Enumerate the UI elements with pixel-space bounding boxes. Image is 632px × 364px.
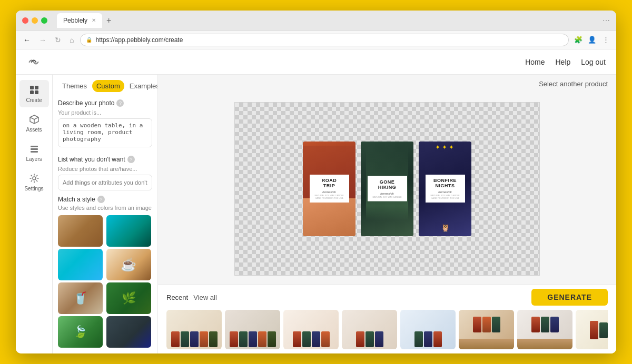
generate-button[interactable]: GENERATE [531, 289, 608, 306]
browser-tab[interactable]: Pebblely ✕ [57, 13, 102, 28]
tab-themes[interactable]: Themes [58, 80, 91, 92]
title-bar: Pebblely ✕ + ⋯ [16, 11, 616, 31]
select-product-button[interactable]: Select another product [539, 80, 608, 88]
maximize-button[interactable] [41, 17, 47, 24]
canvas-frame: ROADTRIP homesick NATURAL SOY WAX CANDLE… [234, 102, 540, 276]
thumbnail-4[interactable] [342, 310, 397, 349]
browser-window: Pebblely ✕ + ⋯ ← → ↻ ⌂ 🔒 https://app.peb… [16, 11, 616, 353]
style-option-latte[interactable]: 🥤 [58, 282, 103, 314]
create-label: Create [26, 97, 42, 103]
nav-bar: ← → ↻ ⌂ 🔒 https://app.pebblely.com/creat… [16, 31, 616, 49]
back-button[interactable]: ← [21, 35, 33, 45]
style-option-coffee[interactable]: ☕ [106, 249, 151, 280]
home-button[interactable]: ⌂ [67, 35, 76, 45]
bonfire-brand: homesick [428, 190, 463, 194]
dont-want-sublabel: Reduce photos that are/have... [58, 166, 152, 172]
app-header: Home Help Log out [16, 49, 616, 75]
sidebar-icons: Create Assets [16, 75, 53, 353]
style-sublabel: Use styles and colors from an image [58, 205, 152, 211]
extensions-icon[interactable]: 🧩 [573, 35, 584, 45]
style-section-label: Match a style ? [58, 196, 152, 203]
tab-custom[interactable]: Custom [92, 80, 124, 92]
hiking-sub: NATURAL SOY WAX CANDLE [370, 196, 405, 198]
panel-tabs: Themes Custom Examples [58, 80, 152, 92]
thumbnail-5[interactable] [400, 310, 456, 349]
canvas-wrapper: ROADTRIP homesick NATURAL SOY WAX CANDLE… [158, 93, 616, 284]
style-info-icon[interactable]: ? [97, 196, 105, 203]
close-button[interactable] [22, 17, 28, 24]
minimize-button[interactable] [32, 17, 38, 24]
sidebar-item-settings[interactable]: Settings [19, 168, 49, 196]
recent-links: Recent View all [166, 294, 217, 301]
thumbnail-1[interactable] [166, 310, 222, 349]
header-nav: Home Help Log out [525, 58, 606, 66]
view-all-link[interactable]: View all [193, 294, 217, 301]
thumbnail-2[interactable] [225, 310, 280, 349]
product-bonfire: ✦✦✦ BONFIRENIGHTS homesick NATURAL SOY W… [419, 141, 471, 236]
hiking-label: GONEHIKING homesick NATURAL SOY WAX CAND… [368, 176, 407, 201]
thumbnail-7[interactable] [517, 310, 572, 349]
svg-point-8 [33, 177, 36, 180]
menu-icon[interactable]: ⋮ [600, 35, 611, 45]
app-container: Home Help Log out C [16, 49, 616, 353]
svg-rect-6 [31, 148, 38, 150]
sidebar-item-layers[interactable]: Layers [19, 139, 49, 166]
dont-want-input[interactable] [58, 175, 152, 190]
road-trip-sub: NATURAL SOY WAX CANDLEHAND POURED IN THE… [312, 194, 347, 199]
sidebar-item-assets[interactable]: Assets [19, 109, 49, 137]
nav-home[interactable]: Home [525, 58, 545, 66]
style-option-leaf[interactable]: 🍃 [58, 316, 103, 348]
tab-title: Pebblely [63, 17, 87, 24]
settings-icon [28, 173, 40, 184]
thumbnail-6[interactable] [459, 310, 514, 349]
describe-info-icon[interactable]: ? [116, 99, 124, 107]
nav-logout[interactable]: Log out [581, 58, 606, 66]
road-trip-label: ROADTRIP homesick NATURAL SOY WAX CANDLE… [310, 175, 349, 203]
describe-sublabel: Your product is... [58, 109, 152, 116]
forward-button[interactable]: → [37, 35, 48, 45]
svg-rect-1 [35, 86, 38, 89]
product-hiking: GONEHIKING homesick NATURAL SOY WAX CAND… [361, 141, 413, 236]
road-trip-title: ROADTRIP [312, 178, 347, 189]
tab-close-icon[interactable]: ✕ [92, 17, 96, 23]
dont-want-info-icon[interactable]: ? [127, 156, 135, 163]
style-option-dark[interactable] [106, 316, 151, 348]
style-option-green[interactable]: 🌿 [106, 282, 151, 314]
canvas-area: Select another product ROADTRIP [158, 75, 616, 353]
lock-icon: 🔒 [86, 37, 92, 43]
describe-textarea[interactable]: on a wooden table, in a living room, pro… [58, 118, 152, 147]
style-option-desert[interactable] [58, 215, 103, 247]
thumbnail-3[interactable] [283, 310, 339, 349]
new-tab-button[interactable]: + [104, 16, 113, 25]
reload-button[interactable]: ↻ [53, 35, 63, 45]
svg-rect-5 [31, 146, 38, 147]
url-text: https://app.pebblely.com/create [95, 36, 183, 44]
svg-rect-0 [30, 86, 34, 89]
dont-want-section-label: List what you don't want ? [58, 156, 152, 163]
url-bar[interactable]: 🔒 https://app.pebblely.com/create [80, 34, 569, 46]
logo-icon [26, 57, 41, 67]
window-controls: ⋯ [603, 16, 610, 25]
settings-label: Settings [24, 186, 43, 191]
create-icon [28, 84, 40, 96]
product-road-trip: ROADTRIP homesick NATURAL SOY WAX CANDLE… [303, 141, 355, 236]
product-group: ROADTRIP homesick NATURAL SOY WAX CANDLE… [303, 141, 471, 236]
hiking-brand: homesick [370, 192, 405, 195]
style-option-ocean[interactable] [106, 215, 151, 247]
traffic-lights [22, 17, 47, 24]
nav-icons: 🧩 👤 ⋮ [573, 35, 611, 45]
thumbnail-8[interactable] [576, 310, 608, 349]
nav-help[interactable]: Help [555, 58, 570, 66]
hiking-title: GONEHIKING [370, 179, 405, 190]
tab-examples[interactable]: Examples [125, 80, 158, 92]
sidebar-item-create[interactable]: Create [19, 80, 49, 107]
main-area: Create Assets [16, 75, 616, 353]
layers-icon [28, 143, 40, 155]
bonfire-label: BONFIRENIGHTS homesick NATURAL SOY WAX C… [426, 175, 465, 203]
road-trip-brand: homesick [312, 190, 347, 194]
bonfire-sub: NATURAL SOY WAX CANDLEHAND POURED IN THE… [428, 194, 463, 199]
assets-label: Assets [26, 127, 42, 133]
layers-label: Layers [26, 156, 42, 162]
profile-icon[interactable]: 👤 [587, 35, 597, 45]
style-option-beach[interactable] [58, 249, 103, 280]
